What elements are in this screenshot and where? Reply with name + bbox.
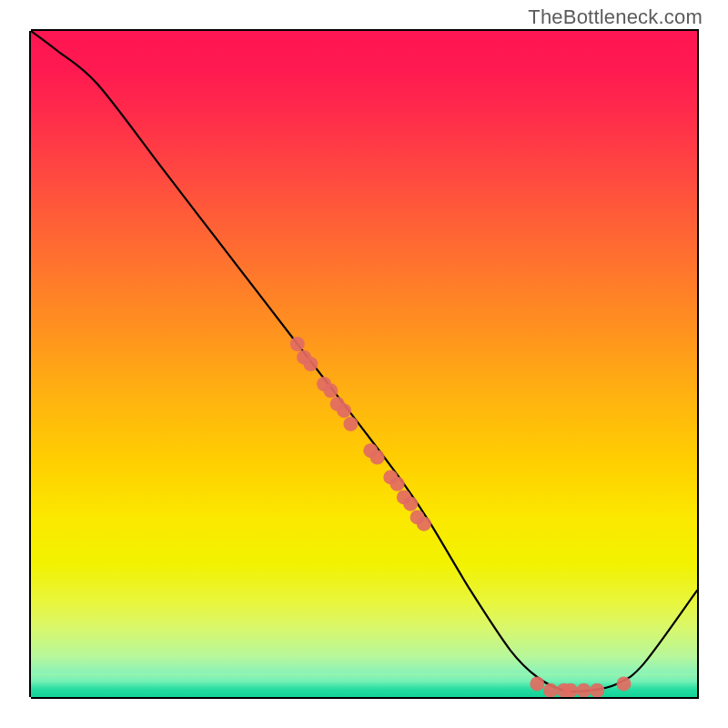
watermark-text: TheBottleneck.com xyxy=(528,5,703,29)
data-marker xyxy=(323,383,338,398)
axis-right xyxy=(697,31,699,697)
data-marker xyxy=(617,676,632,691)
chart-container: TheBottleneck.com xyxy=(0,0,728,728)
data-marker xyxy=(337,403,351,418)
chart-svg xyxy=(31,31,697,697)
bottleneck-curve xyxy=(31,31,697,692)
data-marker xyxy=(563,683,578,697)
data-marker xyxy=(530,676,544,691)
data-marker xyxy=(417,517,431,531)
data-marker xyxy=(577,683,592,697)
plot-area xyxy=(31,31,697,697)
data-marker xyxy=(303,357,318,371)
data-marker xyxy=(403,497,418,511)
data-marker xyxy=(590,683,604,697)
data-marker xyxy=(370,450,385,465)
data-marker xyxy=(343,417,358,431)
data-markers xyxy=(290,337,632,697)
data-marker xyxy=(290,337,305,351)
data-marker xyxy=(543,683,558,697)
data-marker xyxy=(390,477,405,491)
axis-bottom xyxy=(31,697,699,699)
